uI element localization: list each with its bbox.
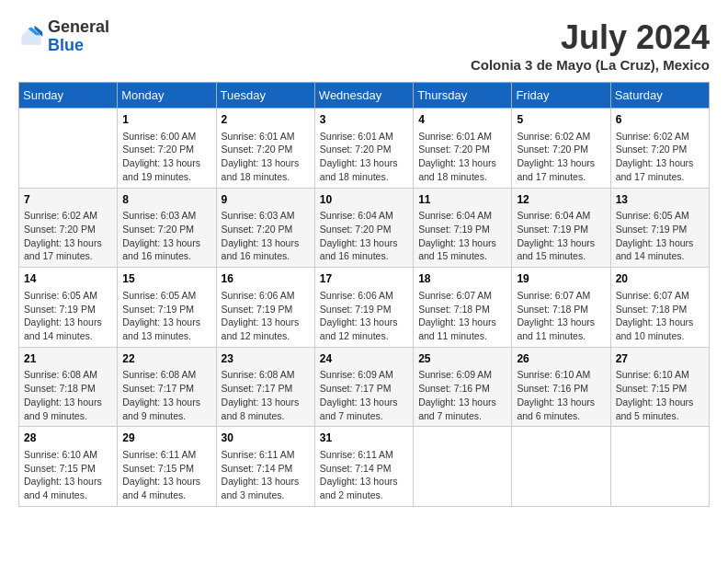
day-number: 18 — [418, 271, 506, 287]
weekday-header: Sunday — [19, 83, 118, 109]
calendar-cell: 22Sunrise: 6:08 AMSunset: 7:17 PMDayligh… — [118, 347, 216, 427]
day-content: Sunrise: 6:01 AMSunset: 7:20 PMDaylight:… — [418, 130, 506, 184]
day-number: 12 — [517, 192, 605, 208]
day-content: Sunrise: 6:01 AMSunset: 7:20 PMDaylight:… — [320, 130, 408, 184]
weekday-header: Wednesday — [314, 83, 413, 109]
day-number: 19 — [517, 271, 605, 287]
calendar-table: SundayMondayTuesdayWednesdayThursdayFrid… — [18, 82, 710, 507]
day-content: Sunrise: 6:04 AMSunset: 7:19 PMDaylight:… — [517, 209, 605, 263]
day-number: 10 — [320, 192, 408, 208]
day-content: Sunrise: 6:01 AMSunset: 7:20 PMDaylight:… — [222, 130, 310, 184]
calendar-cell: 30Sunrise: 6:11 AMSunset: 7:14 PMDayligh… — [216, 427, 314, 507]
calendar-cell: 16Sunrise: 6:06 AMSunset: 7:19 PMDayligh… — [216, 268, 314, 348]
day-content: Sunrise: 6:05 AMSunset: 7:19 PMDaylight:… — [122, 289, 210, 343]
calendar-cell: 28Sunrise: 6:10 AMSunset: 7:15 PMDayligh… — [19, 427, 118, 507]
calendar-cell: 2Sunrise: 6:01 AMSunset: 7:20 PMDaylight… — [216, 109, 314, 189]
day-content: Sunrise: 6:02 AMSunset: 7:20 PMDaylight:… — [616, 130, 704, 184]
calendar-cell: 4Sunrise: 6:01 AMSunset: 7:20 PMDaylight… — [414, 109, 512, 189]
weekday-header: Monday — [118, 83, 216, 109]
day-number: 28 — [24, 431, 112, 446]
day-content: Sunrise: 6:10 AMSunset: 7:15 PMDaylight:… — [616, 368, 704, 422]
calendar-week-row: 14Sunrise: 6:05 AMSunset: 7:19 PMDayligh… — [19, 268, 710, 348]
calendar-cell: 3Sunrise: 6:01 AMSunset: 7:20 PMDaylight… — [314, 109, 413, 189]
day-number: 7 — [24, 192, 112, 208]
calendar-cell — [610, 427, 709, 507]
calendar-cell: 8Sunrise: 6:03 AMSunset: 7:20 PMDaylight… — [118, 188, 216, 268]
calendar-cell: 13Sunrise: 6:05 AMSunset: 7:19 PMDayligh… — [610, 188, 709, 268]
day-number: 9 — [222, 192, 310, 208]
calendar-cell: 5Sunrise: 6:02 AMSunset: 7:20 PMDaylight… — [512, 109, 610, 189]
day-number: 25 — [418, 351, 506, 367]
calendar-cell: 21Sunrise: 6:08 AMSunset: 7:18 PMDayligh… — [19, 347, 118, 427]
day-content: Sunrise: 6:08 AMSunset: 7:17 PMDaylight:… — [222, 368, 310, 422]
day-content: Sunrise: 6:07 AMSunset: 7:18 PMDaylight:… — [616, 289, 704, 343]
calendar-cell — [19, 109, 118, 189]
day-number: 22 — [122, 351, 210, 367]
calendar-cell: 6Sunrise: 6:02 AMSunset: 7:20 PMDaylight… — [610, 109, 709, 189]
calendar-cell: 15Sunrise: 6:05 AMSunset: 7:19 PMDayligh… — [118, 268, 216, 348]
day-content: Sunrise: 6:03 AMSunset: 7:20 PMDaylight:… — [122, 209, 210, 263]
calendar-cell: 18Sunrise: 6:07 AMSunset: 7:18 PMDayligh… — [414, 268, 512, 348]
day-content: Sunrise: 6:02 AMSunset: 7:20 PMDaylight:… — [517, 130, 605, 184]
day-number: 5 — [517, 112, 605, 128]
calendar-cell: 19Sunrise: 6:07 AMSunset: 7:18 PMDayligh… — [512, 268, 610, 348]
day-number: 17 — [320, 271, 408, 287]
day-number: 2 — [222, 112, 310, 128]
calendar-cell: 20Sunrise: 6:07 AMSunset: 7:18 PMDayligh… — [610, 268, 709, 348]
day-number: 21 — [24, 351, 112, 367]
calendar-cell: 31Sunrise: 6:11 AMSunset: 7:14 PMDayligh… — [314, 427, 413, 507]
day-number: 11 — [418, 192, 506, 208]
day-number: 29 — [122, 431, 210, 446]
logo-text: General Blue — [48, 18, 109, 55]
day-number: 27 — [616, 351, 704, 367]
day-content: Sunrise: 6:09 AMSunset: 7:17 PMDaylight:… — [320, 368, 408, 422]
day-content: Sunrise: 6:00 AMSunset: 7:20 PMDaylight:… — [122, 130, 210, 184]
calendar-cell: 9Sunrise: 6:03 AMSunset: 7:20 PMDaylight… — [216, 188, 314, 268]
calendar-cell: 24Sunrise: 6:09 AMSunset: 7:17 PMDayligh… — [314, 347, 413, 427]
day-content: Sunrise: 6:05 AMSunset: 7:19 PMDaylight:… — [24, 289, 112, 343]
day-number: 16 — [222, 271, 310, 287]
day-content: Sunrise: 6:06 AMSunset: 7:19 PMDaylight:… — [222, 289, 310, 343]
calendar-cell — [512, 427, 610, 507]
calendar-cell: 12Sunrise: 6:04 AMSunset: 7:19 PMDayligh… — [512, 188, 610, 268]
day-content: Sunrise: 6:07 AMSunset: 7:18 PMDaylight:… — [517, 289, 605, 343]
day-content: Sunrise: 6:10 AMSunset: 7:15 PMDaylight:… — [24, 448, 112, 502]
day-number: 8 — [122, 192, 210, 208]
weekday-header: Friday — [512, 83, 610, 109]
calendar-cell: 10Sunrise: 6:04 AMSunset: 7:20 PMDayligh… — [314, 188, 413, 268]
day-number: 1 — [122, 112, 210, 128]
day-number: 14 — [24, 271, 112, 287]
calendar-week-row: 28Sunrise: 6:10 AMSunset: 7:15 PMDayligh… — [19, 427, 710, 507]
calendar-cell: 25Sunrise: 6:09 AMSunset: 7:16 PMDayligh… — [414, 347, 512, 427]
logo: General Blue — [18, 18, 109, 55]
calendar-cell: 1Sunrise: 6:00 AMSunset: 7:20 PMDaylight… — [118, 109, 216, 189]
calendar-week-row: 21Sunrise: 6:08 AMSunset: 7:18 PMDayligh… — [19, 347, 710, 427]
calendar-cell: 23Sunrise: 6:08 AMSunset: 7:17 PMDayligh… — [216, 347, 314, 427]
day-content: Sunrise: 6:06 AMSunset: 7:19 PMDaylight:… — [320, 289, 408, 343]
day-content: Sunrise: 6:02 AMSunset: 7:20 PMDaylight:… — [24, 209, 112, 263]
day-content: Sunrise: 6:08 AMSunset: 7:17 PMDaylight:… — [122, 368, 210, 422]
location-title: Colonia 3 de Mayo (La Cruz), Mexico — [471, 57, 710, 73]
day-content: Sunrise: 6:11 AMSunset: 7:15 PMDaylight:… — [122, 448, 210, 502]
calendar-cell: 27Sunrise: 6:10 AMSunset: 7:15 PMDayligh… — [610, 347, 709, 427]
calendar-week-row: 7Sunrise: 6:02 AMSunset: 7:20 PMDaylight… — [19, 188, 710, 268]
header: General Blue July 2024 Colonia 3 de Mayo… — [18, 18, 710, 73]
day-number: 20 — [616, 271, 704, 287]
weekday-header: Tuesday — [216, 83, 314, 109]
calendar-week-row: 1Sunrise: 6:00 AMSunset: 7:20 PMDaylight… — [19, 109, 710, 189]
day-number: 26 — [517, 351, 605, 367]
calendar-cell: 11Sunrise: 6:04 AMSunset: 7:19 PMDayligh… — [414, 188, 512, 268]
day-number: 13 — [616, 192, 704, 208]
day-content: Sunrise: 6:03 AMSunset: 7:20 PMDaylight:… — [222, 209, 310, 263]
day-content: Sunrise: 6:08 AMSunset: 7:18 PMDaylight:… — [24, 368, 112, 422]
day-content: Sunrise: 6:05 AMSunset: 7:19 PMDaylight:… — [616, 209, 704, 263]
day-content: Sunrise: 6:04 AMSunset: 7:19 PMDaylight:… — [418, 209, 506, 263]
day-content: Sunrise: 6:11 AMSunset: 7:14 PMDaylight:… — [222, 448, 310, 502]
calendar-cell — [414, 427, 512, 507]
month-title: July 2024 — [471, 18, 710, 57]
day-content: Sunrise: 6:11 AMSunset: 7:14 PMDaylight:… — [320, 448, 408, 502]
day-content: Sunrise: 6:04 AMSunset: 7:20 PMDaylight:… — [320, 209, 408, 263]
day-number: 3 — [320, 112, 408, 128]
day-number: 4 — [418, 112, 506, 128]
day-number: 24 — [320, 351, 408, 367]
